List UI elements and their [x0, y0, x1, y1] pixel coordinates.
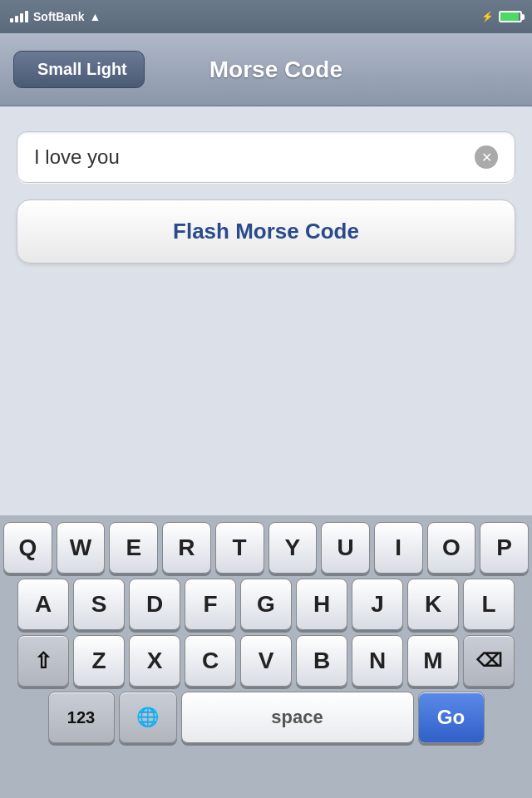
- key-g[interactable]: G: [240, 579, 292, 630]
- back-button[interactable]: Small Light: [13, 51, 145, 88]
- numbers-key[interactable]: 123: [48, 692, 115, 743]
- wifi-icon: ▲: [89, 10, 101, 23]
- key-d[interactable]: D: [129, 579, 180, 630]
- key-t[interactable]: T: [215, 522, 264, 574]
- charging-icon: ⚡: [481, 11, 494, 22]
- key-j[interactable]: J: [352, 579, 403, 630]
- key-p[interactable]: P: [480, 522, 529, 574]
- go-key[interactable]: Go: [418, 692, 485, 743]
- key-v[interactable]: V: [240, 635, 292, 687]
- key-l[interactable]: L: [463, 579, 515, 630]
- key-i[interactable]: I: [374, 522, 423, 574]
- page-title: Morse Code: [158, 57, 394, 83]
- key-r[interactable]: R: [162, 522, 211, 574]
- keyboard-row-1: Q W E R T Y U I O P: [3, 522, 529, 574]
- key-a[interactable]: A: [17, 579, 69, 630]
- key-f[interactable]: F: [185, 579, 236, 630]
- keyboard-row-3: ⇧ Z X C V B N M ⌫: [3, 635, 529, 687]
- key-y[interactable]: Y: [268, 522, 318, 574]
- key-b[interactable]: B: [296, 635, 347, 687]
- back-button-label: Small Light: [37, 60, 127, 79]
- key-z[interactable]: Z: [73, 635, 125, 687]
- key-h[interactable]: H: [296, 579, 347, 630]
- key-o[interactable]: O: [427, 522, 476, 574]
- clear-input-button[interactable]: ✕: [475, 145, 498, 169]
- keyboard: Q W E R T Y U I O P A S D F G H J K L ⇧ …: [0, 515, 532, 798]
- keyboard-row-2: A S D F G H J K L: [3, 579, 529, 630]
- globe-key[interactable]: 🌐: [119, 692, 177, 743]
- carrier-name: SoftBank: [33, 10, 84, 23]
- navigation-bar: Small Light Morse Code: [0, 33, 532, 106]
- key-q[interactable]: Q: [3, 522, 52, 574]
- morse-text-input[interactable]: [34, 145, 466, 169]
- battery-icon: [499, 11, 522, 22]
- text-input-container: ✕: [17, 131, 515, 183]
- key-k[interactable]: K: [407, 579, 459, 630]
- key-s[interactable]: S: [73, 579, 125, 630]
- key-c[interactable]: C: [185, 635, 236, 687]
- key-u[interactable]: U: [321, 522, 370, 574]
- signal-strength: [10, 11, 28, 22]
- key-w[interactable]: W: [57, 522, 106, 574]
- key-n[interactable]: N: [352, 635, 403, 687]
- keyboard-row-4: 123 🌐 space Go: [3, 692, 529, 743]
- space-key[interactable]: space: [181, 692, 414, 743]
- key-m[interactable]: M: [407, 635, 459, 687]
- main-content: ✕ Flash Morse Code: [0, 106, 532, 515]
- flash-morse-button[interactable]: Flash Morse Code: [17, 200, 515, 264]
- shift-key[interactable]: ⇧: [17, 635, 69, 687]
- flash-button-label: Flash Morse Code: [173, 219, 359, 244]
- key-e[interactable]: E: [109, 522, 158, 574]
- key-x[interactable]: X: [129, 635, 180, 687]
- status-bar: SoftBank ▲ ⚡: [0, 0, 532, 33]
- backspace-key[interactable]: ⌫: [463, 635, 515, 687]
